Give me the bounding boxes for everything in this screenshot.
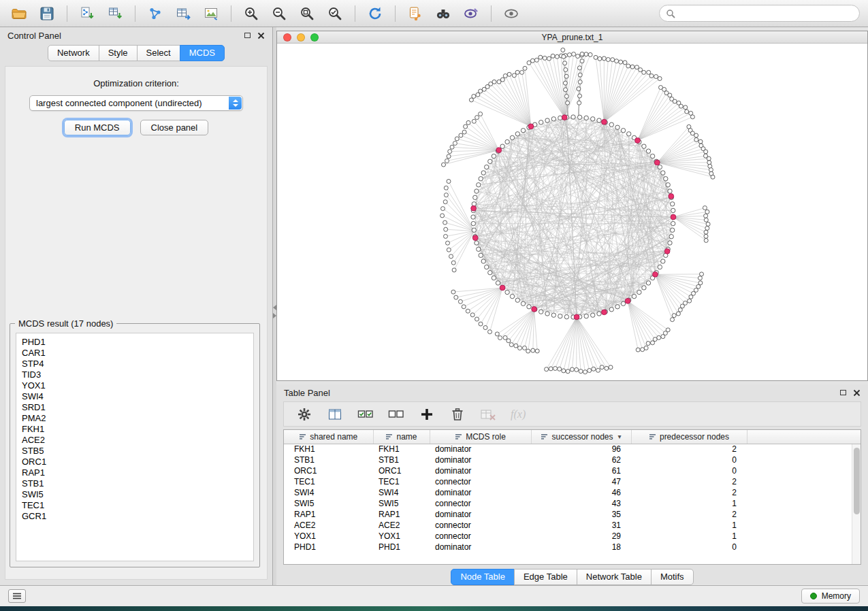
deselect-all-icon[interactable] <box>388 406 404 423</box>
result-node[interactable]: ORC1 <box>22 457 253 467</box>
sort-icon <box>541 433 548 440</box>
control-panel-tabs: NetworkStyleSelectMCDS <box>0 45 272 61</box>
column-header-name[interactable]: name <box>373 430 430 444</box>
export-image-icon[interactable] <box>200 3 222 24</box>
open-folder-icon[interactable] <box>8 3 30 24</box>
result-node[interactable]: PMA2 <box>22 413 253 424</box>
result-node[interactable]: STP4 <box>22 359 253 369</box>
column-header-shared-name[interactable]: shared name <box>284 430 373 444</box>
column-header-successor-nodes[interactable]: successor nodes▾ <box>531 430 631 444</box>
result-node[interactable]: PHD1 <box>22 337 253 348</box>
toolbar-separator <box>135 5 135 22</box>
toggle-graphics-details-icon[interactable] <box>460 3 482 24</box>
table-tab-network-table[interactable]: Network Table <box>577 569 652 585</box>
tab-network[interactable]: Network <box>48 45 99 61</box>
export-table-icon[interactable] <box>172 3 194 24</box>
network-canvas[interactable] <box>277 44 867 380</box>
table-row[interactable]: PHD1PHD1dominator180 <box>284 542 861 552</box>
copy-network-icon[interactable] <box>404 3 426 24</box>
control-panel: Control Panel NetworkStyleSelectMCDS Opt… <box>0 27 273 585</box>
table-row[interactable]: STB1STB1dominator620 <box>284 455 861 465</box>
zoom-fit-icon[interactable] <box>296 3 318 24</box>
result-node[interactable]: RAP1 <box>22 467 253 478</box>
node-table: shared namenameMCDS rolesuccessor nodes▾… <box>283 429 861 565</box>
tab-select[interactable]: Select <box>137 45 180 61</box>
table-row[interactable]: YOX1YOX1connector291 <box>284 531 861 542</box>
delete-column-icon[interactable] <box>449 406 466 423</box>
column-header-MCDS-role[interactable]: MCDS role <box>430 430 531 444</box>
result-node[interactable]: CAR1 <box>22 348 253 359</box>
gear-icon[interactable] <box>296 406 312 423</box>
table-tab-edge-table[interactable]: Edge Table <box>514 569 577 585</box>
result-node[interactable]: STB5 <box>22 446 253 457</box>
result-node[interactable]: FKH1 <box>22 424 253 435</box>
table-row[interactable]: SWI5SWI5connector431 <box>284 498 861 509</box>
result-node[interactable]: TID3 <box>22 369 253 380</box>
show-hide-eye-icon[interactable] <box>500 3 522 24</box>
scrollbar-thumb[interactable] <box>854 448 860 514</box>
save-icon[interactable] <box>36 3 58 24</box>
result-node[interactable]: SWI4 <box>22 391 253 402</box>
tab-mcds[interactable]: MCDS <box>180 45 225 61</box>
mcds-result-box: MCDS result (17 nodes) PHD1CAR1STP4TID3Y… <box>10 318 260 567</box>
mcds-result-title: MCDS result (17 nodes) <box>15 318 116 329</box>
table-toolbar: f(x) <box>283 401 861 427</box>
zoom-selected-icon[interactable] <box>324 3 346 24</box>
table-tabs: Node TableEdge TableNetwork TableMotifs <box>276 569 868 585</box>
table-tab-motifs[interactable]: Motifs <box>651 569 694 585</box>
criterion-dropdown[interactable]: largest connected component (undirected) <box>29 95 243 111</box>
search-icon <box>666 9 675 18</box>
network-window-titlebar[interactable]: YPA_prune.txt_1 <box>277 31 867 44</box>
network-graph[interactable] <box>277 44 867 380</box>
search-box[interactable] <box>659 5 860 22</box>
result-node[interactable]: ACE2 <box>22 435 253 446</box>
table-row[interactable]: TEC1TEC1connector472 <box>284 476 861 487</box>
result-node[interactable]: YOX1 <box>22 380 253 391</box>
table-row[interactable]: SWI4SWI4dominator462 <box>284 487 861 498</box>
menu-icon[interactable] <box>8 589 26 603</box>
toolbar-separator <box>491 5 492 22</box>
memory-button[interactable]: Memory <box>801 589 860 604</box>
table-row[interactable]: ACE2ACE2connector311 <box>284 520 861 531</box>
refresh-icon[interactable] <box>364 3 386 24</box>
result-node[interactable]: SWI5 <box>22 489 253 500</box>
zoom-out-icon[interactable] <box>268 3 290 24</box>
control-panel-title: Control Panel <box>7 31 61 41</box>
import-table-file-icon[interactable] <box>104 3 126 24</box>
toolbar-separator <box>231 5 231 22</box>
result-node[interactable]: STB1 <box>22 478 253 489</box>
result-node[interactable]: GCR1 <box>22 511 253 522</box>
search-network-icon[interactable] <box>432 3 454 24</box>
column-header-filler <box>747 430 861 444</box>
column-header-predecessor-nodes[interactable]: predecessor nodes <box>631 430 747 444</box>
zoom-in-icon[interactable] <box>240 3 262 24</box>
select-all-icon[interactable] <box>357 406 374 423</box>
search-input[interactable] <box>679 9 853 18</box>
criterion-value: largest connected component (undirected) <box>36 98 202 108</box>
table-row[interactable]: ORC1ORC1dominator610 <box>284 465 861 476</box>
result-node[interactable]: TEC1 <box>22 500 253 511</box>
table-row[interactable]: RAP1RAP1dominator352 <box>284 509 861 520</box>
show-columns-icon[interactable] <box>327 406 343 423</box>
close-panel-icon[interactable] <box>853 389 861 397</box>
chevron-down-icon[interactable]: ▾ <box>618 433 622 440</box>
sort-icon <box>649 433 656 440</box>
table-panel-titlebar: Table Panel <box>276 384 868 401</box>
mcds-result-list[interactable]: PHD1CAR1STP4TID3YOX1SWI4SRD1PMA2FKH1ACE2… <box>16 333 254 561</box>
table-scrollbar[interactable] <box>852 444 861 564</box>
run-mcds-button[interactable]: Run MCDS <box>64 120 131 135</box>
table-tab-node-table[interactable]: Node Table <box>451 569 515 585</box>
float-panel-icon[interactable] <box>840 390 846 395</box>
add-column-icon[interactable] <box>419 406 435 423</box>
close-panel-button[interactable]: Close panel <box>140 120 209 135</box>
export-network-icon[interactable] <box>144 3 166 24</box>
tab-style[interactable]: Style <box>99 45 138 61</box>
float-panel-icon[interactable] <box>244 33 251 38</box>
sort-icon <box>385 433 393 440</box>
close-panel-icon[interactable] <box>257 32 265 39</box>
table-row[interactable]: FKH1FKH1dominator962 <box>284 444 861 455</box>
result-node[interactable]: SRD1 <box>22 402 253 413</box>
network-window-title: YPA_prune.txt_1 <box>277 33 867 42</box>
import-network-file-icon[interactable] <box>76 3 98 24</box>
desktop-wallpaper <box>0 606 868 611</box>
